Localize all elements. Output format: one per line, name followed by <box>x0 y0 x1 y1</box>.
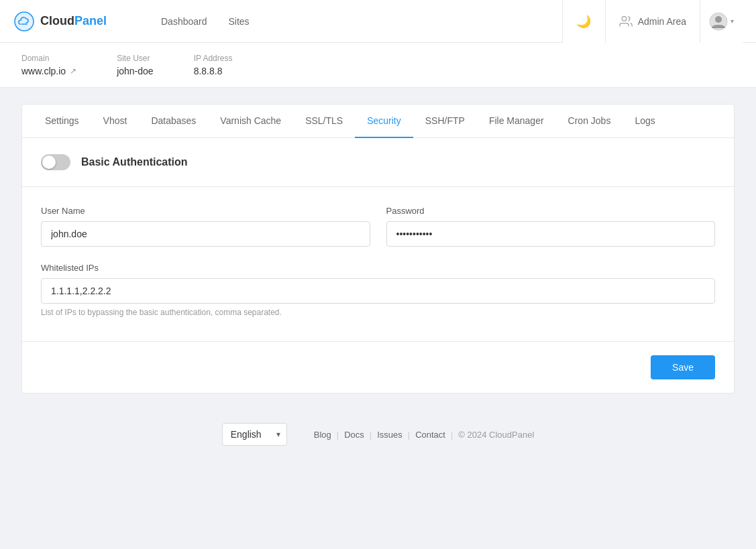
tabs-container: Settings Vhost Databases Varnish Cache S… <box>22 105 734 138</box>
user-avatar-icon <box>709 12 728 31</box>
site-user-value: john-doe <box>117 66 154 76</box>
username-group: User Name <box>41 206 370 247</box>
nav-sites[interactable]: Sites <box>229 13 250 29</box>
username-input[interactable] <box>41 221 370 247</box>
site-user-label: Site User <box>117 54 154 63</box>
main-nav-links: Dashboard Sites <box>161 13 562 29</box>
user-dropdown-arrow: ▾ <box>731 17 734 25</box>
top-navigation: CloudPanel Dashboard Sites 🌙 Admin Area <box>0 0 756 43</box>
svg-point-1 <box>622 16 627 21</box>
basic-auth-label: Basic Authentication <box>81 156 188 168</box>
meta-domain: Domain www.clp.io ↗ <box>21 54 76 76</box>
svg-point-0 <box>15 12 34 31</box>
language-selector-wrap: English German French Spanish ▾ <box>222 423 287 446</box>
admin-area-label: Admin Area <box>638 16 686 27</box>
form-section: User Name Password <box>22 187 734 247</box>
admin-area-icon <box>619 15 633 28</box>
password-label: Password <box>386 206 716 216</box>
user-menu-button[interactable]: ▾ <box>700 0 743 43</box>
basic-auth-section: Basic Authentication <box>22 138 734 187</box>
tab-databases[interactable]: Databases <box>139 105 208 138</box>
username-password-row: User Name Password <box>41 206 715 247</box>
main-content: Settings Vhost Databases Varnish Cache S… <box>0 88 756 410</box>
tab-vhost[interactable]: Vhost <box>91 105 140 138</box>
logo-panel-text: Panel <box>74 14 107 27</box>
whitelisted-group: Whitelisted IPs List of IPs to bypassing… <box>41 263 715 317</box>
tab-settings[interactable]: Settings <box>33 105 91 138</box>
admin-area-button[interactable]: Admin Area <box>605 0 700 43</box>
footer-copyright: © 2024 CloudPanel <box>453 430 534 440</box>
password-group: Password <box>386 206 716 247</box>
meta-bar: Domain www.clp.io ↗ Site User john-doe I… <box>0 43 756 88</box>
moon-icon: 🌙 <box>576 14 591 29</box>
footer-blog-link[interactable]: Blog <box>309 430 337 440</box>
logo[interactable]: CloudPanel <box>13 11 134 32</box>
footer-docs-link[interactable]: Docs <box>339 430 370 440</box>
meta-site-user: Site User john-doe <box>117 54 154 76</box>
save-button[interactable]: Save <box>651 355 715 379</box>
footer-links: Blog | Docs | Issues | Contact | © 2024 … <box>309 430 535 440</box>
security-content: Basic Authentication User Name Password <box>22 138 734 393</box>
basic-auth-toggle[interactable] <box>41 154 70 170</box>
save-footer: Save <box>22 341 734 393</box>
tab-file-manager[interactable]: File Manager <box>477 105 556 138</box>
language-select[interactable]: English German French Spanish <box>222 423 287 446</box>
whitelisted-label: Whitelisted IPs <box>41 263 715 273</box>
tab-panel: Settings Vhost Databases Varnish Cache S… <box>21 104 735 393</box>
whitelisted-ips-section: Whitelisted IPs List of IPs to bypassing… <box>22 263 734 341</box>
tab-varnish-cache[interactable]: Varnish Cache <box>208 105 293 138</box>
svg-point-3 <box>715 16 722 23</box>
footer-issues-link[interactable]: Issues <box>372 430 408 440</box>
footer-contact-link[interactable]: Contact <box>410 430 451 440</box>
username-label: User Name <box>41 206 370 216</box>
external-link-icon[interactable]: ↗ <box>70 66 76 76</box>
meta-ip-address: IP Address 8.8.8.8 <box>194 54 233 76</box>
tab-cron-jobs[interactable]: Cron Jobs <box>556 105 623 138</box>
logo-cloud-text: Cloud <box>40 14 74 27</box>
nav-right: 🌙 Admin Area ▾ <box>562 0 743 43</box>
theme-toggle-button[interactable]: 🌙 <box>562 0 605 43</box>
ip-value: 8.8.8.8 <box>194 66 223 76</box>
tab-logs[interactable]: Logs <box>623 105 667 138</box>
ip-label: IP Address <box>194 54 233 63</box>
page-footer: English German French Spanish ▾ Blog | D… <box>0 410 756 459</box>
password-input[interactable] <box>386 221 716 247</box>
domain-value: www.clp.io <box>21 66 66 76</box>
tab-ssl-tls[interactable]: SSL/TLS <box>293 105 355 138</box>
whitelisted-hint: List of IPs to bypassing the basic authe… <box>41 308 715 317</box>
whitelisted-ips-input[interactable] <box>41 278 715 304</box>
toggle-thumb <box>42 156 56 169</box>
nav-dashboard[interactable]: Dashboard <box>161 13 207 29</box>
domain-label: Domain <box>21 54 76 63</box>
tab-ssh-ftp[interactable]: SSH/FTP <box>413 105 477 138</box>
cloudpanel-logo-icon <box>13 11 35 32</box>
tab-security[interactable]: Security <box>355 105 413 138</box>
